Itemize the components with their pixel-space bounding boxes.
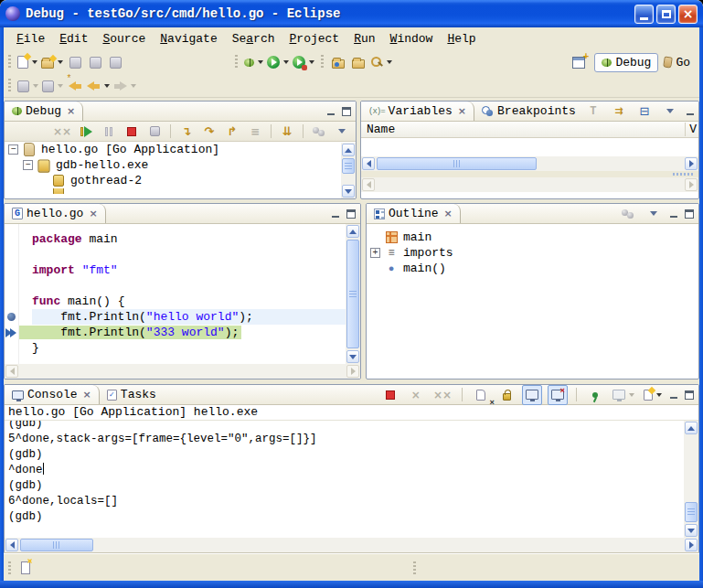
new-project-button[interactable] (39, 52, 65, 72)
run-launch-button[interactable] (265, 52, 291, 72)
debug-tree-item-gdb-helloexe[interactable]: −gdb-hello.exe (5, 157, 356, 173)
scroll-down-button[interactable] (346, 350, 359, 363)
code-area[interactable]: package main import "fmt" func main() { … (19, 224, 360, 364)
variables-horizontal-scrollbar[interactable] (361, 156, 698, 171)
open-type-button[interactable] (328, 52, 348, 72)
maximize-button[interactable] (656, 5, 676, 24)
collapse-all-button[interactable]: ⊟ (634, 102, 655, 122)
minimize-view-icon[interactable] (686, 107, 696, 116)
editor-horizontal-scrollbar[interactable] (5, 364, 360, 379)
scroll-right-button[interactable] (685, 178, 698, 191)
remove-all-launches-button[interactable]: ×× (431, 385, 453, 405)
outline-item-main[interactable]: ●main() (367, 261, 698, 276)
resume-button[interactable] (76, 122, 96, 142)
editor-gutter[interactable] (5, 224, 19, 364)
terminate-button[interactable] (122, 122, 142, 142)
maximize-view-icon[interactable] (342, 107, 351, 116)
scroll-right-button[interactable] (685, 157, 698, 170)
debug-extra-button[interactable] (309, 122, 329, 142)
show-stdout-button[interactable] (522, 385, 542, 405)
menu-window[interactable]: Window (383, 29, 441, 48)
variables-view-menu-button[interactable] (660, 102, 680, 122)
scrollbar-thumb[interactable] (342, 158, 355, 174)
toolbar-grip[interactable] (8, 55, 11, 69)
debug-tree-item-hellogo[interactable]: −hello.go [Go Application] (5, 142, 356, 157)
statusbar-wizard-icon[interactable] (21, 561, 30, 574)
scroll-lock-button[interactable] (496, 385, 517, 405)
clear-console-button[interactable]: × (471, 385, 491, 405)
expander-minus-icon[interactable]: − (8, 144, 18, 155)
outline-item-main[interactable]: main (367, 230, 698, 245)
close-icon[interactable]: × (444, 208, 453, 219)
open-resource-button[interactable] (348, 52, 368, 72)
pin-console-button[interactable] (585, 385, 605, 405)
outline-tree[interactable]: main+≡imports●main() (367, 224, 698, 378)
menu-help[interactable]: Help (440, 29, 483, 48)
show-stderr-button[interactable]: × (548, 385, 568, 405)
close-icon[interactable]: × (83, 389, 91, 401)
perspective-go-button[interactable]: Go (664, 56, 690, 69)
tab-outline[interactable]: Outline × (367, 204, 461, 223)
tab-hello-go[interactable]: G hello.go × (5, 204, 106, 223)
scroll-down-button[interactable] (685, 524, 698, 537)
debug-launch-button[interactable] (242, 52, 265, 72)
scrollbar-thumb[interactable] (685, 502, 698, 522)
step-into-button[interactable]: ↴ (176, 122, 197, 142)
scroll-left-button[interactable] (5, 539, 18, 551)
scrollbar-thumb[interactable] (346, 240, 359, 348)
menu-project[interactable]: Project (282, 29, 347, 48)
tab-tasks[interactable]: ✓ Tasks (100, 385, 164, 404)
variables-table[interactable] (361, 138, 698, 156)
remove-launch-button[interactable]: × (406, 385, 426, 405)
next-annotation-button[interactable] (16, 76, 40, 96)
debug-vertical-scrollbar[interactable] (341, 143, 356, 198)
use-step-filters-button[interactable]: ≡ (245, 122, 265, 142)
menu-run[interactable]: Run (346, 29, 382, 48)
scroll-left-button[interactable] (362, 157, 375, 170)
tab-console[interactable]: Console × (5, 385, 100, 404)
scroll-right-button[interactable] (346, 365, 359, 378)
menu-source[interactable]: Source (95, 29, 153, 48)
debug-tree[interactable]: −hello.go [Go Application]−gdb-hello.exe… (5, 142, 356, 197)
toolbar-grip[interactable] (235, 55, 238, 69)
suspend-button[interactable] (99, 122, 119, 142)
outline-item-imports[interactable]: +≡imports (367, 245, 698, 261)
show-logical-structure-button[interactable]: ⇉ (609, 102, 629, 122)
step-over-button[interactable]: ↷ (199, 122, 219, 142)
scroll-down-button[interactable] (342, 185, 355, 198)
variables-detail-scrollbar[interactable] (361, 177, 698, 192)
search-button[interactable] (368, 52, 394, 72)
minimize-button[interactable] (634, 5, 654, 24)
editor-vertical-scrollbar[interactable] (346, 224, 360, 364)
new-wizard-button[interactable] (16, 52, 39, 72)
close-icon[interactable]: × (67, 105, 75, 117)
variables-detail-sash[interactable] (361, 171, 698, 177)
forward-button[interactable] (112, 76, 138, 96)
open-perspective-button[interactable] (569, 52, 589, 72)
expander-plus-icon[interactable]: + (370, 248, 380, 258)
save-all-button[interactable] (85, 52, 105, 72)
titlebar[interactable]: Debug - testGo/src/cmd/hello.go - Eclips… (0, 0, 703, 27)
show-type-names-button[interactable]: T (583, 102, 603, 122)
outline-extra-button[interactable] (618, 204, 638, 224)
maximize-view-icon[interactable] (685, 209, 694, 219)
save-button[interactable] (65, 52, 85, 72)
outline-view-menu-button[interactable] (644, 204, 664, 224)
open-console-button[interactable] (642, 385, 664, 405)
tab-variables[interactable]: (x)= Variables × (361, 102, 474, 121)
tab-debug[interactable]: Debug × (5, 102, 83, 121)
last-edit-location-button[interactable]: * (65, 76, 85, 96)
expander-minus-icon[interactable]: − (23, 160, 33, 170)
console-horizontal-scrollbar[interactable] (5, 538, 698, 552)
back-button[interactable] (85, 76, 112, 96)
menu-navigate[interactable]: Navigate (153, 29, 224, 48)
menu-search[interactable]: Search (225, 29, 282, 48)
disconnect-button[interactable] (144, 122, 165, 142)
debug-tree-item-gothread-2[interactable]: gothread-2 (5, 173, 356, 188)
scrollbar-thumb[interactable] (20, 539, 93, 551)
scroll-up-button[interactable] (685, 422, 698, 434)
editor-body[interactable]: package main import "fmt" func main() { … (5, 224, 360, 364)
prev-annotation-button[interactable] (40, 76, 65, 96)
close-button[interactable]: × (678, 5, 698, 24)
scroll-left-button[interactable] (362, 178, 375, 191)
